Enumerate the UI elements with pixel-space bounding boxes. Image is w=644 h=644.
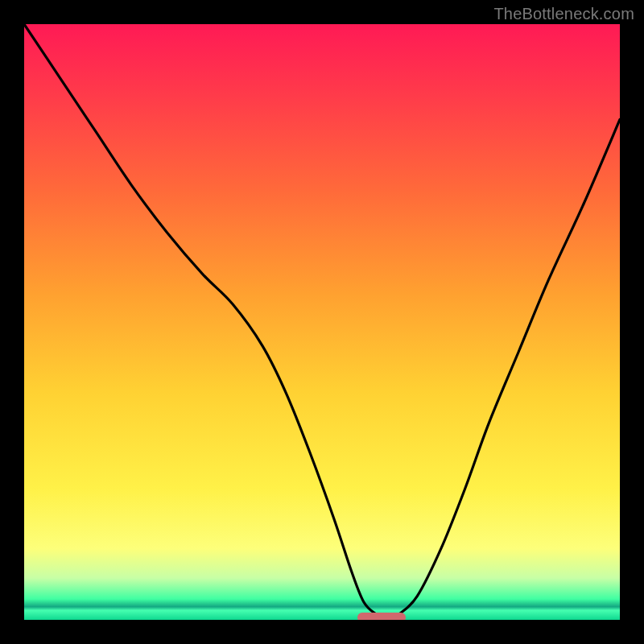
bottleneck-curve (24, 24, 620, 620)
optimal-range-marker (357, 613, 405, 620)
watermark-text: TheBottleneck.com (493, 5, 634, 23)
plot-area (24, 24, 620, 620)
chart-frame: TheBottleneck.com (0, 0, 644, 644)
curve-layer (24, 24, 620, 620)
